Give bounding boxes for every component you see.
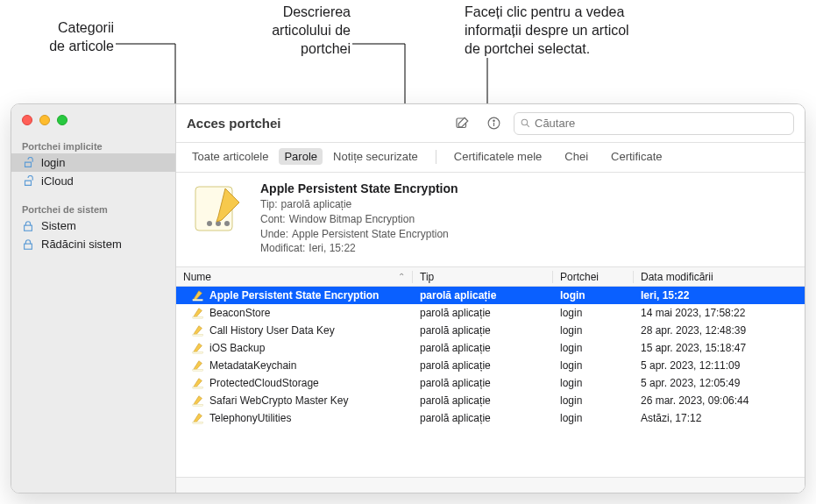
- search-field[interactable]: [514, 112, 794, 135]
- tab[interactable]: Chei: [559, 148, 593, 165]
- svg-marker-26: [194, 396, 202, 406]
- row-modified: Ieri, 15:22: [634, 289, 805, 302]
- info-button[interactable]: [482, 113, 505, 134]
- row-keychain: login: [553, 307, 634, 319]
- password-item-icon: [192, 324, 204, 337]
- tabs-divider: [436, 150, 436, 164]
- svg-marker-16: [194, 309, 202, 318]
- svg-marker-18: [194, 326, 202, 336]
- svg-rect-23: [193, 370, 202, 372]
- col-name-header[interactable]: Nume⌃: [176, 271, 413, 283]
- row-type: parolă aplicație: [413, 342, 553, 354]
- detail-type-value: parolă aplicație: [281, 197, 352, 212]
- password-item-icon: [192, 412, 204, 424]
- svg-marker-14: [194, 291, 202, 301]
- sidebar-item[interactable]: Sistem: [11, 217, 175, 235]
- row-type: parolă aplicație: [413, 289, 553, 302]
- sidebar-item-label: Sistem: [41, 219, 76, 232]
- detail-modified-value: Ieri, 15:22: [309, 241, 355, 256]
- svg-point-5: [493, 120, 493, 121]
- password-item-icon: [192, 289, 204, 302]
- compose-note-button[interactable]: [451, 113, 473, 134]
- row-modified: 5 apr. 2023, 12:11:09: [634, 359, 805, 372]
- detail-where-label: Unde:: [260, 227, 288, 242]
- sidebar-item[interactable]: Rădăcini sistem: [11, 235, 175, 253]
- password-item-icon: [192, 359, 204, 372]
- minimize-icon[interactable]: [39, 115, 50, 125]
- row-keychain: login: [553, 377, 634, 389]
- sort-asc-icon: ⌃: [398, 272, 405, 281]
- tab[interactable]: Certificatele mele: [449, 148, 547, 165]
- sidebar-item-label: login: [41, 156, 65, 169]
- table-row[interactable]: iOS Backupparolă aplicațielogin15 apr. 2…: [176, 339, 805, 357]
- col-keychain-header[interactable]: Portchei: [553, 271, 634, 283]
- table-row[interactable]: MetadataKeychainparolă aplicațielogin5 a…: [176, 357, 805, 374]
- row-keychain: login: [553, 289, 634, 302]
- sidebar-item-label: Rădăcini sistem: [41, 238, 122, 251]
- row-modified: 15 apr. 2023, 15:18:47: [634, 342, 805, 354]
- zoom-icon[interactable]: [57, 115, 67, 125]
- col-modified-header[interactable]: Data modificării: [634, 271, 805, 283]
- table-row[interactable]: ProtectedCloudStorageparolă aplicațielog…: [176, 374, 805, 392]
- item-detail: Apple Persistent State Encryption Tip:pa…: [176, 173, 805, 267]
- detail-modified-label: Modificat:: [260, 241, 305, 256]
- sidebar-item-label: iCloud: [41, 174, 74, 188]
- tab[interactable]: Parole: [279, 148, 323, 165]
- sidebar: Portchei implicite loginiCloud Portchei …: [11, 104, 176, 493]
- sidebar-item[interactable]: login: [11, 153, 175, 172]
- svg-marker-22: [194, 361, 202, 371]
- row-name: Call History User Data Key: [209, 324, 335, 337]
- row-type: parolă aplicație: [413, 394, 553, 407]
- row-keychain: login: [553, 394, 634, 407]
- sidebar-item[interactable]: iCloud: [11, 172, 175, 190]
- row-modified: Astăzi, 17:12: [634, 412, 805, 424]
- callout-categories: Categorii de articole: [0, 19, 114, 56]
- search-input[interactable]: [535, 117, 788, 130]
- row-name: Apple Persistent State Encryption: [209, 289, 379, 302]
- callout-info: Faceți clic pentru a vedea informații de…: [465, 4, 692, 58]
- table-row[interactable]: TelephonyUtilitiesparolă aplicațieloginA…: [176, 409, 805, 427]
- table-row[interactable]: Call History User Data Keyparolă aplicaț…: [176, 322, 805, 339]
- table-body: Apple Persistent State Encryptionparolă …: [176, 287, 805, 477]
- svg-rect-1: [25, 244, 32, 249]
- main-panel: Acces portchei Toate articoleleParoleNot…: [176, 104, 805, 493]
- row-name: iOS Backup: [209, 342, 265, 354]
- close-icon[interactable]: [22, 115, 32, 125]
- svg-rect-21: [193, 352, 202, 354]
- table-row[interactable]: BeaconStoreparolă aplicațielogin14 mai 2…: [176, 304, 805, 322]
- detail-type-label: Tip:: [260, 197, 278, 212]
- svg-rect-0: [25, 225, 32, 231]
- callout-description: Descrierea articolului de portchei: [228, 4, 351, 58]
- tab[interactable]: Toate articolele: [187, 148, 273, 165]
- svg-rect-27: [193, 405, 202, 407]
- row-modified: 5 apr. 2023, 12:05:49: [634, 377, 805, 389]
- row-type: parolă aplicație: [413, 359, 553, 372]
- svg-rect-19: [193, 335, 202, 337]
- unlocked-lock-icon: [22, 175, 34, 188]
- sidebar-section-system: Portchei de sistem: [11, 199, 175, 217]
- search-icon: [520, 117, 531, 129]
- svg-point-9: [207, 221, 212, 226]
- col-type-header[interactable]: Tip: [413, 271, 553, 283]
- svg-marker-24: [194, 379, 202, 388]
- svg-marker-20: [194, 344, 202, 353]
- table-row[interactable]: Apple Persistent State Encryptionparolă …: [176, 287, 805, 304]
- tabs: Toate articoleleParoleNotițe securizate …: [176, 143, 805, 173]
- table-header: Nume⌃ Tip Portchei Data modificării: [176, 267, 805, 287]
- locked-lock-icon: [22, 238, 34, 251]
- row-type: parolă aplicație: [413, 324, 553, 337]
- password-item-icon: [192, 342, 204, 354]
- svg-rect-25: [193, 387, 202, 389]
- tab[interactable]: Certificate: [606, 148, 668, 165]
- unlocked-lock-icon: [22, 157, 34, 169]
- svg-rect-15: [193, 300, 202, 302]
- table-row[interactable]: Safari WebCrypto Master Keyparolă aplica…: [176, 392, 805, 409]
- detail-where-value: Apple Persistent State Encryption: [292, 227, 449, 242]
- row-type: parolă aplicație: [413, 377, 553, 389]
- detail-title: Apple Persistent State Encryption: [260, 181, 458, 195]
- keychain-access-window: Portchei implicite loginiCloud Portchei …: [11, 103, 805, 493]
- row-type: parolă aplicație: [413, 307, 553, 319]
- svg-point-11: [224, 221, 230, 226]
- row-modified: 26 mar. 2023, 09:06:44: [634, 394, 805, 407]
- tab[interactable]: Notițe securizate: [328, 148, 423, 165]
